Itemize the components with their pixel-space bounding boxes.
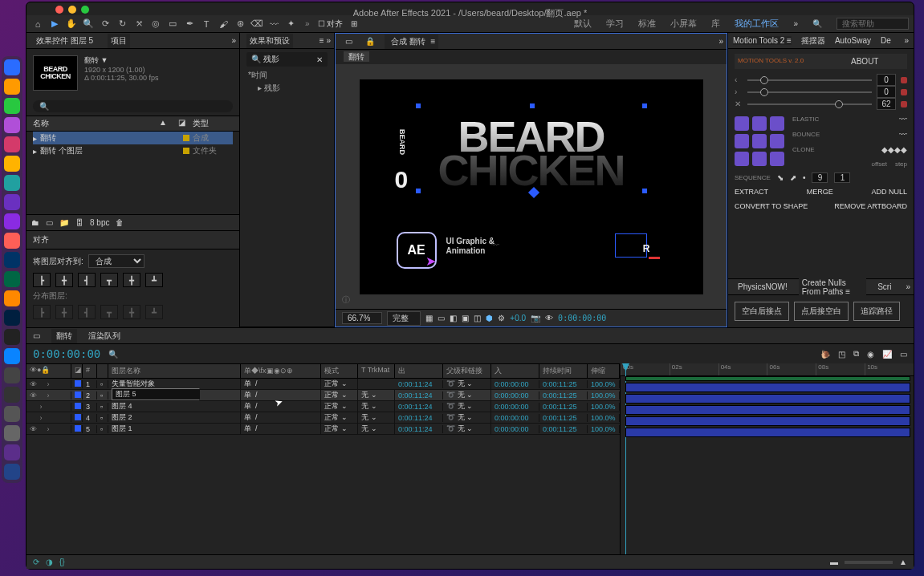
- clone-dots-icon[interactable]: ◆◆◆◆: [881, 145, 907, 154]
- project-item[interactable]: ▸ 翻转合成: [33, 132, 233, 144]
- label-col-icon[interactable]: ◪: [178, 116, 193, 131]
- dock-app-icon[interactable]: [4, 213, 20, 229]
- snap-mode-icon[interactable]: ⊞: [351, 19, 357, 28]
- pill-1[interactable]: 空白后接点: [735, 302, 789, 321]
- dock-app-icon[interactable]: [4, 233, 20, 249]
- right-tab2[interactable]: Create Nulls From Paths ≡: [799, 277, 867, 298]
- layer-row[interactable]: 👁 ›2▫图层 5单 /正常 ⌄无 ⌄0:00:11:24➰ 无 ⌄0:00:0…: [26, 390, 620, 401]
- dock-app-icon[interactable]: [4, 310, 20, 326]
- anchor-grid[interactable]: [735, 116, 784, 166]
- layer-row[interactable]: ›3▫图层 4单 /正常 ⌄无 ⌄0:00:11:24➰ 无 ⌄0:00:00:…: [26, 401, 620, 412]
- seq-stairs-down-icon[interactable]: ⬊: [777, 173, 784, 182]
- bounce-curve-icon[interactable]: 〰: [899, 130, 907, 139]
- dock-app-icon[interactable]: [4, 348, 20, 364]
- transparency-icon[interactable]: ◫: [474, 314, 481, 322]
- interpret-icon[interactable]: 🖿: [31, 218, 39, 227]
- shy-icon[interactable]: 🐌: [820, 350, 830, 359]
- new-comp-icon[interactable]: ▭: [46, 218, 53, 227]
- workspace-默认[interactable]: 默认: [574, 18, 592, 30]
- macos-dock[interactable]: [2, 56, 22, 483]
- quality-select[interactable]: 完整: [387, 311, 421, 326]
- lock-icon[interactable]: 🔒: [362, 35, 378, 47]
- frameblend-icon[interactable]: ⧉: [853, 349, 859, 359]
- seq-stairs-up-icon[interactable]: ⬈: [790, 173, 796, 182]
- remove-artboard-button[interactable]: REMOVE ARTBOARD: [834, 202, 907, 210]
- snap-checkbox[interactable]: ☐ 对齐: [318, 18, 344, 30]
- workspace-标准[interactable]: 标准: [638, 18, 656, 30]
- tab-project[interactable]: 项目: [108, 34, 130, 48]
- i-icon[interactable]: ⓘ: [342, 294, 350, 306]
- fx-item-echo[interactable]: ▸ 残影: [248, 83, 326, 94]
- dock-app-icon[interactable]: [4, 117, 20, 133]
- canvas[interactable]: BEARD CHICKEN BEARD 0 AE ➤ UI Graphic &A…: [360, 79, 703, 294]
- align-target-select[interactable]: 合成: [88, 254, 145, 268]
- layer-bar[interactable]: [625, 428, 910, 437]
- right-tab[interactable]: AutoSway: [835, 36, 871, 45]
- dock-app-icon[interactable]: [4, 136, 20, 152]
- graph-icon[interactable]: 📈: [882, 350, 892, 359]
- exposure-value[interactable]: +0.0: [510, 314, 526, 322]
- project-panel-tabs[interactable]: 效果控件 图层 5 项目 »: [26, 33, 239, 49]
- seq-dot-icon[interactable]: •: [803, 173, 806, 182]
- dock-app-icon[interactable]: [4, 406, 20, 422]
- zoom-select[interactable]: 66.7%: [342, 312, 382, 324]
- overflow-icon[interactable]: »: [902, 281, 914, 293]
- time-ruler[interactable]: 00s02s04s06s08s10s: [621, 363, 914, 376]
- help-search-input[interactable]: [836, 18, 909, 30]
- region-icon[interactable]: ▣: [462, 314, 469, 322]
- tab-effect-controls[interactable]: 效果控件 图层 5: [33, 34, 96, 48]
- align-bottom-button[interactable]: ┻: [145, 273, 163, 287]
- dock-app-icon[interactable]: [4, 98, 20, 114]
- mt2-slider[interactable]: ›0: [735, 86, 907, 98]
- right-tab[interactable]: De: [881, 36, 891, 45]
- dock-app-icon[interactable]: [4, 59, 20, 75]
- workspace-小屏幕[interactable]: 小屏幕: [670, 18, 697, 30]
- dock-app-icon[interactable]: [4, 156, 20, 172]
- zoom-slider[interactable]: [845, 561, 893, 564]
- brackets-icon[interactable]: {}: [59, 558, 65, 566]
- snapshot-icon[interactable]: 📷: [531, 314, 540, 322]
- gear-icon[interactable]: ⚙: [498, 314, 505, 322]
- align-vcenter-button[interactable]: ╋: [123, 273, 140, 287]
- elastic-curve-icon[interactable]: 〰: [899, 115, 907, 124]
- seq-step-input[interactable]: 1: [834, 172, 850, 183]
- dock-app-icon[interactable]: [4, 290, 20, 306]
- mt2-slider[interactable]: ✕62: [735, 98, 907, 110]
- dock-app-icon[interactable]: [4, 329, 20, 345]
- layer-row[interactable]: ›4▫图层 2单 /正常 ⌄无 ⌄0:00:11:24➰ 无 ⌄0:00:00:…: [26, 412, 620, 424]
- right-tab[interactable]: Motion Tools 2 ≡: [733, 36, 792, 45]
- zoom-in-icon[interactable]: ▲: [899, 558, 907, 566]
- bpc-display[interactable]: 8 bpc: [90, 218, 109, 227]
- new-folder-icon[interactable]: 📁: [59, 218, 69, 227]
- dock-app-icon[interactable]: [4, 367, 20, 383]
- pill-2[interactable]: 点后接空白: [794, 302, 849, 321]
- panel-menu-icon[interactable]: ≡ »: [316, 34, 334, 47]
- tab-render-queue[interactable]: 渲染队列: [88, 331, 120, 342]
- motionblur-icon[interactable]: ◉: [867, 350, 874, 359]
- dock-app-icon[interactable]: [4, 252, 20, 268]
- workspace-学习[interactable]: 学习: [606, 18, 624, 30]
- addnull-button[interactable]: ADD NULL: [871, 188, 907, 196]
- breadcrumb-comp[interactable]: 翻转: [344, 51, 369, 62]
- layer-bar[interactable]: [625, 383, 910, 392]
- active-workspace[interactable]: 我的工作区: [735, 18, 779, 30]
- stack-icon[interactable]: ▭: [33, 331, 40, 340]
- search-icon[interactable]: 🔍: [108, 350, 118, 359]
- right-tab2[interactable]: Scri: [874, 281, 894, 293]
- layer-bar[interactable]: [625, 416, 910, 426]
- right-tab[interactable]: 摇摆器: [801, 35, 825, 47]
- extract-button[interactable]: EXTRACT: [735, 188, 768, 196]
- brainstorm-icon[interactable]: ▭: [900, 350, 907, 359]
- col-type[interactable]: 类型: [193, 116, 233, 131]
- dock-app-icon[interactable]: [4, 271, 20, 287]
- overflow-icon[interactable]: »: [904, 36, 909, 45]
- project-list[interactable]: ▸ 翻转合成▸ 翻转 个图层文件夹: [26, 132, 239, 214]
- comp-settings-icon[interactable]: 🎛: [75, 218, 83, 227]
- align-hcenter-button[interactable]: ╋: [55, 273, 73, 287]
- mt2-slider[interactable]: ‹0: [735, 74, 907, 86]
- dock-app-icon[interactable]: [4, 194, 20, 210]
- guides-icon[interactable]: ▭: [438, 314, 445, 322]
- dock-app-icon[interactable]: [4, 387, 20, 403]
- dock-app-icon[interactable]: [4, 425, 20, 441]
- project-search-input[interactable]: 🔍: [33, 100, 233, 112]
